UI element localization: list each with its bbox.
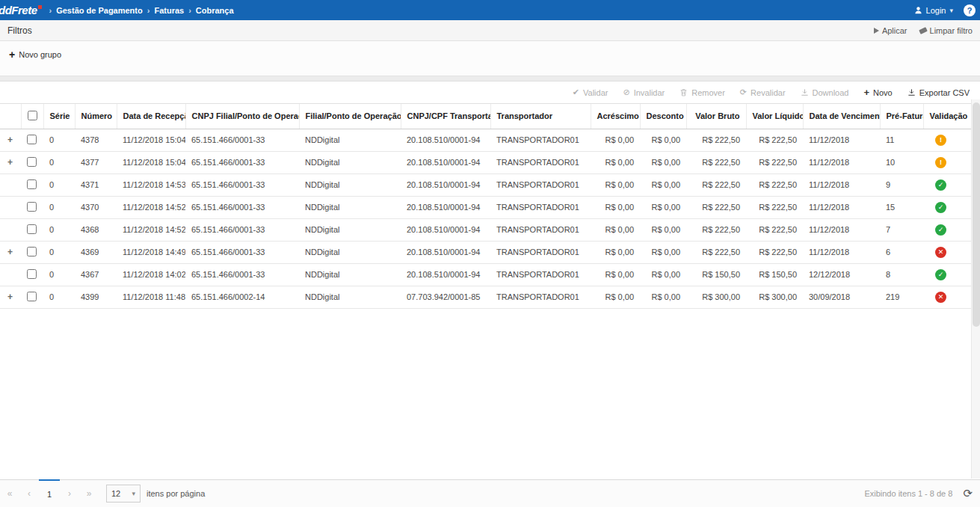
table-row[interactable]: + 0 4371 11/12/2018 14:53 65.151.466/000… <box>0 173 971 196</box>
column-header-desconto[interactable]: Desconto <box>640 104 686 129</box>
refresh-icon[interactable]: ⟳ <box>963 487 973 500</box>
cell-valor_liquido: R$ 222,50 <box>746 151 803 173</box>
cell-valor_bruto: R$ 222,50 <box>686 196 746 218</box>
help-button[interactable]: ? <box>964 4 976 16</box>
login-menu[interactable]: Login ▾ <box>914 6 953 15</box>
column-header-vencimento[interactable]: Data de Vencimento <box>803 104 880 129</box>
apply-filter-button[interactable]: Aplicar <box>874 26 907 35</box>
table-row[interactable]: + 0 4368 11/12/2018 14:52 65.151.466/000… <box>0 218 971 241</box>
cell-acrescimo: R$ 0,00 <box>591 241 640 263</box>
vertical-scrollbar[interactable] <box>971 99 980 479</box>
download-label: Download <box>813 88 849 97</box>
row-checkbox[interactable] <box>27 269 37 279</box>
clear-filter-button[interactable]: Limpar filtro <box>919 26 973 35</box>
column-header-recepcao[interactable]: Data de Recepção↓ <box>117 104 185 129</box>
column-label: Valor Líquido <box>753 111 804 120</box>
prev-page-button[interactable]: ‹ <box>19 480 39 507</box>
next-page-button[interactable]: › <box>60 480 79 507</box>
validation-warning-icon[interactable]: ! <box>935 135 946 146</box>
chevron-down-icon: ▾ <box>949 7 953 14</box>
cell-cnpj_transportador: 20.108.510/0001-94 <box>401 196 490 218</box>
cell-valor_bruto: R$ 222,50 <box>686 173 746 196</box>
validation-error-icon[interactable]: ✕ <box>935 247 946 258</box>
cell-filial: NDDigital <box>299 286 401 308</box>
cell-recepcao: 11/12/2018 15:04 <box>117 151 185 173</box>
column-header-validacao[interactable]: Validação <box>923 104 971 129</box>
breadcrumb-item-cobranca[interactable]: Cobrança <box>196 6 234 15</box>
column-header-acrescimo[interactable]: Acréscimo <box>591 104 640 129</box>
expand-row-button[interactable]: + <box>6 135 14 145</box>
column-header-serie[interactable]: Série <box>43 104 75 129</box>
table-row[interactable]: + 0 4378 11/12/2018 15:04 65.151.466/000… <box>0 129 971 151</box>
expand-row-button[interactable]: + <box>6 157 14 168</box>
cell-filial: NDDigital <box>299 151 401 173</box>
cell-acrescimo: R$ 0,00 <box>591 151 640 173</box>
row-checkbox[interactable] <box>27 224 37 234</box>
column-header-cnpj-filial[interactable]: CNPJ Filial/Ponto de Operação <box>185 104 299 129</box>
revalidate-label: Revalidar <box>751 88 785 97</box>
page-size-select[interactable]: 12 ▾ <box>106 485 141 503</box>
expand-row-button[interactable]: + <box>6 292 14 302</box>
new-label: Novo <box>873 88 893 97</box>
table-row[interactable]: + 0 4369 11/12/2018 14:49 65.151.466/000… <box>0 241 971 263</box>
cell-pre_fatura: 15 <box>880 196 923 218</box>
breadcrumb-item-gestao[interactable]: Gestão de Pagamento <box>56 6 143 15</box>
remove-button[interactable]: Remover <box>679 88 725 97</box>
new-button[interactable]: + Novo <box>863 87 892 97</box>
row-checkbox[interactable] <box>27 292 37 301</box>
row-checkbox[interactable] <box>27 202 37 212</box>
column-label: Número <box>81 111 113 120</box>
column-header-valor-bruto[interactable]: Valor Bruto <box>686 104 746 129</box>
cell-select <box>21 151 43 173</box>
select-all-checkbox[interactable] <box>28 111 37 120</box>
revalidate-button[interactable]: ⟳ Revalidar <box>740 88 786 97</box>
export-icon <box>907 88 916 96</box>
column-header-transportador[interactable]: Transportador <box>490 104 591 129</box>
validation-warning-icon[interactable]: ! <box>935 157 946 168</box>
validation-ok-icon[interactable]: ✓ <box>935 202 946 213</box>
cell-vencimento: 30/09/2018 <box>803 286 880 308</box>
validation-ok-icon[interactable]: ✓ <box>935 224 946 236</box>
column-header-filial[interactable]: Filial/Ponto de Operação <box>299 104 401 129</box>
validation-error-icon[interactable]: ✕ <box>935 292 946 303</box>
per-page-label: itens por página <box>147 480 205 507</box>
cell-pre_fatura: 10 <box>880 151 923 173</box>
column-header-numero[interactable]: Número <box>75 104 117 129</box>
last-page-button[interactable]: » <box>79 480 99 507</box>
new-group-button[interactable]: + Novo grupo <box>9 49 61 61</box>
cell-cnpj_transportador: 20.108.510/0001-94 <box>401 173 490 196</box>
cell-acrescimo: R$ 0,00 <box>591 129 640 151</box>
row-checkbox[interactable] <box>27 247 37 256</box>
row-checkbox[interactable] <box>27 157 37 167</box>
validation-ok-icon[interactable]: ✓ <box>935 179 946 191</box>
first-page-button[interactable]: « <box>0 480 19 507</box>
breadcrumb-item-faturas[interactable]: Faturas <box>154 6 184 15</box>
table-row[interactable]: + 0 4399 11/12/2018 11:48 65.151.466/000… <box>0 286 971 308</box>
download-button[interactable]: Download <box>801 88 849 97</box>
cell-cnpj_filial: 65.151.466/0001-33 <box>185 129 299 151</box>
table-row[interactable]: + 0 4377 11/12/2018 15:04 65.151.466/000… <box>0 151 971 173</box>
app-logo[interactable]: ddFrete <box>0 4 49 16</box>
cell-desconto: R$ 0,00 <box>640 218 686 241</box>
validation-ok-icon[interactable]: ✓ <box>935 269 946 280</box>
help-label: ? <box>967 6 973 15</box>
column-header-valor-liquido[interactable]: Valor Líquido <box>746 104 803 129</box>
expand-row-button[interactable]: + <box>6 247 14 257</box>
column-header-cnpj-transportador[interactable]: CNPJ/CPF Transportador <box>401 104 490 129</box>
validate-button[interactable]: ✔ Validar <box>573 88 608 97</box>
cell-select <box>21 129 43 151</box>
table-row[interactable]: + 0 4367 11/12/2018 14:02 65.151.466/000… <box>0 263 971 286</box>
cell-validacao: ✓ <box>923 263 971 286</box>
row-checkbox[interactable] <box>27 135 37 144</box>
cell-transportador: TRANSPORTADOR01 <box>490 286 591 308</box>
page-number-1[interactable]: 1 <box>39 479 60 507</box>
cell-serie: 0 <box>43 129 75 151</box>
cell-cnpj_filial: 65.151.466/0001-33 <box>185 241 299 263</box>
scrollbar-thumb[interactable] <box>973 102 980 327</box>
table-row[interactable]: + 0 4370 11/12/2018 14:52 65.151.466/000… <box>0 196 971 218</box>
invalidate-button[interactable]: ⊘ Invalidar <box>623 88 665 97</box>
validate-label: Validar <box>583 88 608 97</box>
export-csv-button[interactable]: Exportar CSV <box>907 88 970 97</box>
column-header-pre-fatura[interactable]: Pré-Fatura <box>880 104 923 129</box>
row-checkbox[interactable] <box>27 179 37 189</box>
